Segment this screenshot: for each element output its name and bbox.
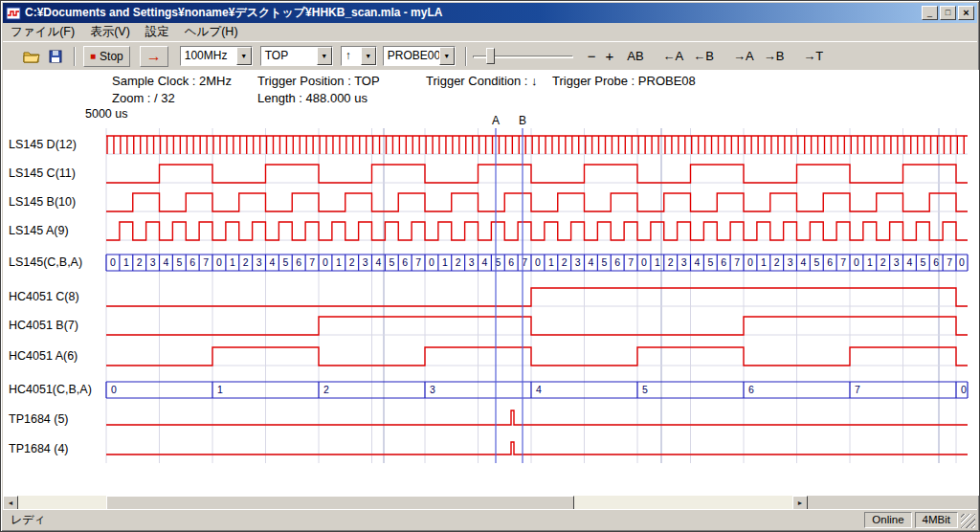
svg-text:2: 2 xyxy=(243,256,249,268)
svg-text:0: 0 xyxy=(959,256,965,268)
svg-text:2: 2 xyxy=(349,256,355,268)
svg-text:0: 0 xyxy=(111,384,117,395)
svg-text:7: 7 xyxy=(522,256,527,268)
svg-text:4: 4 xyxy=(907,256,913,268)
svg-text:5: 5 xyxy=(813,256,819,268)
status-memory-badge: 4MBit xyxy=(915,512,958,528)
svg-text:0: 0 xyxy=(110,256,116,268)
channel-label: LS145 D(12) xyxy=(9,138,77,151)
svg-text:3: 3 xyxy=(150,256,156,268)
svg-text:6: 6 xyxy=(508,256,514,268)
svg-text:4: 4 xyxy=(801,256,807,268)
channel-label: TP1684 (5) xyxy=(9,412,69,426)
svg-text:2: 2 xyxy=(456,256,461,268)
svg-text:0: 0 xyxy=(854,256,859,268)
svg-text:0: 0 xyxy=(429,256,434,268)
channel-label: LS145 C(11) xyxy=(9,166,76,180)
svg-text:2: 2 xyxy=(668,256,674,268)
svg-text:6: 6 xyxy=(614,256,620,268)
svg-text:7: 7 xyxy=(415,256,421,268)
channel-label: TP1684 (4) xyxy=(9,442,69,455)
status-online-badge: Online xyxy=(864,512,911,528)
channel-label-column: LS145 D(12)LS145 C(11)LS145 B(10)LS145 A… xyxy=(1,1,980,532)
svg-text:1: 1 xyxy=(655,256,660,268)
channel-label: HC4051 A(6) xyxy=(9,349,78,363)
resize-grip[interactable] xyxy=(961,514,975,528)
svg-text:4: 4 xyxy=(536,384,542,395)
waveform-area[interactable]: 0123456701234567012345670123456701234567… xyxy=(1,1,980,532)
svg-text:5: 5 xyxy=(176,256,182,268)
svg-text:7: 7 xyxy=(309,256,315,268)
svg-text:4: 4 xyxy=(695,256,701,268)
svg-text:6: 6 xyxy=(402,256,408,268)
svg-text:5: 5 xyxy=(601,256,607,268)
channel-label: LS145 B(10) xyxy=(9,195,76,209)
svg-text:2: 2 xyxy=(880,256,886,268)
app-window: C:¥Documents and Settings¥noname¥デスクトップ¥… xyxy=(0,0,980,532)
svg-text:4: 4 xyxy=(482,256,488,268)
svg-text:6: 6 xyxy=(296,256,301,268)
svg-text:3: 3 xyxy=(256,256,262,268)
svg-text:3: 3 xyxy=(788,256,793,268)
svg-text:2: 2 xyxy=(774,256,780,268)
svg-text:0: 0 xyxy=(323,256,328,268)
svg-text:3: 3 xyxy=(469,256,475,268)
channel-label: LS145 A(9) xyxy=(9,224,69,237)
svg-text:3: 3 xyxy=(363,256,368,268)
svg-text:5: 5 xyxy=(495,256,501,268)
svg-text:1: 1 xyxy=(217,384,223,395)
svg-text:3: 3 xyxy=(430,384,435,395)
channel-label: HC4051 B(7) xyxy=(9,319,78,332)
svg-text:1: 1 xyxy=(548,256,554,268)
svg-text:2: 2 xyxy=(137,256,143,268)
svg-text:2: 2 xyxy=(323,384,329,395)
svg-text:0: 0 xyxy=(641,256,647,268)
channel-label: HC4051 C(8) xyxy=(9,290,79,303)
status-bar: レディ Online 4MBit xyxy=(3,509,977,529)
svg-text:1: 1 xyxy=(123,256,129,268)
svg-text:3: 3 xyxy=(575,256,581,268)
svg-text:0: 0 xyxy=(216,256,222,268)
svg-text:4: 4 xyxy=(270,256,276,268)
svg-text:3: 3 xyxy=(681,256,687,268)
svg-text:2: 2 xyxy=(562,256,568,268)
svg-text:5: 5 xyxy=(389,256,394,268)
svg-text:1: 1 xyxy=(761,256,767,268)
svg-text:6: 6 xyxy=(189,256,195,268)
svg-text:6: 6 xyxy=(748,384,754,395)
svg-text:5: 5 xyxy=(920,256,925,268)
svg-text:4: 4 xyxy=(589,256,594,268)
svg-text:6: 6 xyxy=(827,256,833,268)
svg-text:6: 6 xyxy=(721,256,726,268)
svg-text:4: 4 xyxy=(164,256,169,268)
svg-text:7: 7 xyxy=(628,256,634,268)
svg-text:3: 3 xyxy=(894,256,900,268)
svg-text:0: 0 xyxy=(961,384,967,395)
waveform-plot: 0123456701234567012345670123456701234567… xyxy=(1,1,980,532)
svg-text:A: A xyxy=(492,114,500,127)
svg-text:7: 7 xyxy=(840,256,846,268)
svg-text:0: 0 xyxy=(535,256,541,268)
svg-text:5: 5 xyxy=(707,256,713,268)
svg-text:1: 1 xyxy=(336,256,342,268)
svg-text:1: 1 xyxy=(867,256,873,268)
svg-text:7: 7 xyxy=(203,256,209,268)
svg-text:6: 6 xyxy=(933,256,939,268)
svg-text:7: 7 xyxy=(855,384,860,395)
svg-text:5: 5 xyxy=(282,256,288,268)
channel-label: HC4051(C,B,A) xyxy=(9,383,92,396)
status-message: レディ xyxy=(5,512,861,528)
svg-text:1: 1 xyxy=(442,256,448,268)
svg-text:4: 4 xyxy=(376,256,382,268)
svg-text:1: 1 xyxy=(230,256,235,268)
svg-text:7: 7 xyxy=(734,256,740,268)
svg-text:5: 5 xyxy=(642,384,648,395)
svg-text:7: 7 xyxy=(947,256,952,268)
svg-text:0: 0 xyxy=(747,256,753,268)
svg-text:B: B xyxy=(519,114,526,127)
channel-label: LS145(C,B,A) xyxy=(9,255,82,269)
